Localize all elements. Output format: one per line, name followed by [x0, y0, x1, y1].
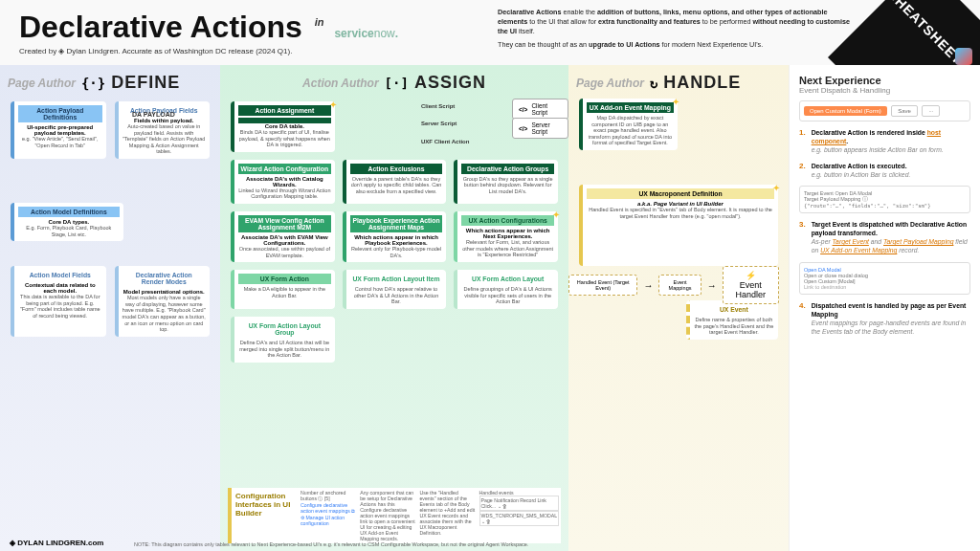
column-define: Page Author {·} DEFINE DA PAYLOAD Action… — [0, 65, 220, 551]
corner-logo-icon — [955, 48, 972, 65]
box-wizard-action-cfg: Wizard Action Configuration Associate DA… — [231, 160, 335, 204]
box-ux-form-action: UX Form Action Make a DA eligible to app… — [231, 270, 335, 309]
box-ux-form-action-layout: UX Form Action Layout Define groupings o… — [454, 270, 558, 309]
server-script-box: </>Server Script — [512, 118, 568, 139]
mini-modal: Open DA Modal Open or close modal dialog… — [799, 262, 970, 295]
box-action-payload-fields: Action Payload Fields Fields within payl… — [115, 101, 211, 159]
box-da-groups: Declarative Action Groups Group DA's so … — [454, 160, 558, 204]
event-chain: Handled Event (Target Event) → Event Map… — [568, 266, 779, 304]
box-ux-action-cfg: ✦ UX Action Configurations Which actions… — [454, 211, 558, 262]
box-action-payload-def: Action Payload Definitions UI-specific p… — [11, 101, 106, 159]
box-action-model-def: Action Model Definitions Core DA types. … — [11, 203, 123, 241]
box-ux-form-action-layout-group: UX Form Action Layout Group Define DA's … — [231, 317, 335, 363]
footer-logo: ◈ DYLAN LINDGREN.com — [10, 539, 103, 547]
column-handle: Page Author ↻ HANDLE ✦ UX Add-on Event M… — [568, 65, 789, 551]
client-script-box: </>Client Script — [512, 99, 568, 120]
box-da-render-modes: Declarative Action Render Modes Model pr… — [115, 266, 211, 337]
box-playbook-exp: Playbook Experience Action Assignment Ma… — [343, 211, 447, 262]
box-evam: EVAM View Config Action Assignment M2M A… — [231, 211, 335, 262]
box-ux-macroponent: ✦ UX Macroponent Definition a.k.a. Page … — [579, 185, 778, 266]
box-ux-form-action-layout-item: UX Form Action Layout Item Control how D… — [343, 270, 447, 309]
side-panel: Next Experience Event Dispatch & Handlin… — [789, 65, 980, 551]
mini-action-bar: Open Custom Modal (Form) Save ··· — [799, 100, 970, 121]
box-action-model-fields: Action Model Fields Contextual data rela… — [11, 266, 106, 337]
footer-note: NOTE: This diagram contains only tables … — [134, 541, 528, 547]
mini-event-mapping: Target Event Open DA Modal Target Payloa… — [799, 186, 970, 213]
config-interfaces: Configuration Interfaces in UI Builder N… — [228, 488, 561, 543]
box-action-assignment: ✦ Action Assignment Core DA table. Binds… — [231, 101, 335, 152]
description: Declarative Actions enable the addition … — [498, 8, 852, 50]
da-payload-label: DA PAYLOAD — [132, 111, 175, 118]
box-ux-event: UX Event Define name & properties of bot… — [686, 300, 778, 340]
column-assign: Action Author [·] ASSIGN Client Script S… — [220, 65, 568, 551]
box-action-exclusions: Action Exclusions Override a parent tabl… — [343, 160, 447, 204]
box-ux-addon-event-mapping: ✦ UX Add-on Event Mapping Map DA dispatc… — [579, 99, 678, 150]
